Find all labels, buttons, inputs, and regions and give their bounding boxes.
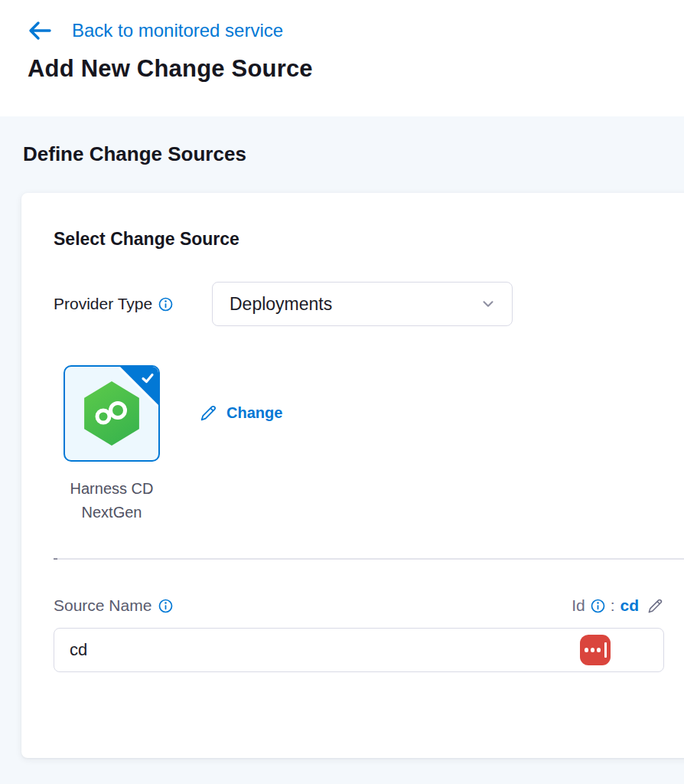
page-header: Back to monitored service Add New Change… bbox=[0, 0, 684, 116]
divider bbox=[54, 558, 684, 560]
change-link-label[interactable]: Change bbox=[226, 404, 282, 422]
provider-type-dropdown[interactable]: Deployments bbox=[212, 282, 513, 326]
dot bbox=[585, 648, 589, 652]
page-title: Add New Change Source bbox=[28, 55, 656, 83]
source-name-label-group: Source Name bbox=[54, 596, 173, 615]
provider-type-row: Provider Type Deployments bbox=[54, 282, 676, 326]
chevron-down-icon bbox=[480, 296, 497, 312]
edit-pencil-icon bbox=[199, 403, 218, 423]
define-change-sources-section: Define Change Sources Select Change Sour… bbox=[0, 116, 684, 784]
selected-source-name: Harness CD NextGen bbox=[54, 477, 170, 524]
password-manager-icon[interactable] bbox=[580, 635, 611, 665]
back-link[interactable]: Back to monitored service bbox=[28, 20, 656, 41]
provider-type-label: Provider Type bbox=[54, 295, 152, 313]
card-heading: Select Change Source bbox=[54, 229, 676, 250]
cursor-bar bbox=[604, 642, 607, 658]
info-icon[interactable] bbox=[158, 599, 173, 613]
edit-id-pencil-icon[interactable] bbox=[647, 597, 664, 615]
info-icon[interactable] bbox=[591, 599, 605, 613]
provider-type-value: Deployments bbox=[230, 294, 480, 315]
change-source-card: Select Change Source Provider Type Deplo… bbox=[21, 193, 684, 758]
id-label: Id bbox=[572, 596, 585, 615]
dot bbox=[597, 648, 601, 652]
id-value: cd bbox=[620, 596, 639, 615]
selected-source-row: Harness CD NextGen Change bbox=[54, 365, 676, 524]
selected-source-tile[interactable] bbox=[64, 365, 160, 462]
source-name-field bbox=[54, 628, 664, 672]
provider-type-label-group: Provider Type bbox=[54, 295, 212, 313]
id-group: Id : cd bbox=[572, 596, 664, 615]
source-name-label: Source Name bbox=[54, 596, 151, 615]
dot bbox=[591, 648, 595, 652]
info-icon[interactable] bbox=[158, 297, 173, 312]
id-separator: : bbox=[611, 596, 615, 615]
back-link-label[interactable]: Back to monitored service bbox=[72, 20, 283, 41]
harness-cd-logo-icon bbox=[82, 381, 142, 446]
source-name-row: Source Name Id : cd bbox=[54, 596, 664, 615]
back-arrow-icon bbox=[28, 20, 52, 41]
section-title: Define Change Sources bbox=[23, 142, 684, 166]
check-icon bbox=[139, 370, 156, 387]
source-name-input[interactable] bbox=[54, 628, 664, 672]
selected-source-column: Harness CD NextGen bbox=[54, 365, 170, 524]
change-source-link[interactable]: Change bbox=[199, 403, 282, 423]
